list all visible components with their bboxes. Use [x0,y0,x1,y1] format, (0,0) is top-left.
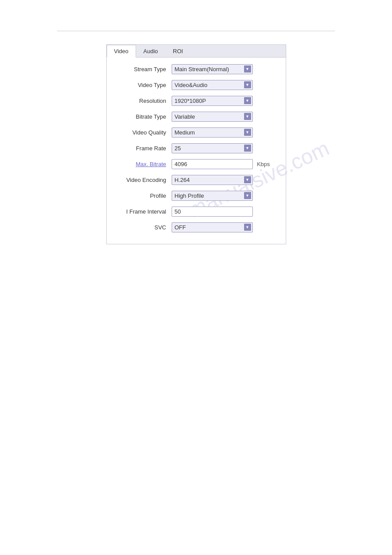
select-wrapper-video-encoding[interactable]: H.264 H.265 MJPEG [172,175,253,185]
label-video-type: Video Type [110,82,172,88]
form-row-video-encoding: Video Encoding H.264 H.265 MJPEG [110,174,282,186]
form-row-svc: SVC OFF ON [110,221,282,233]
label-stream-type: Stream Type [110,66,172,73]
select-resolution[interactable]: 1920*1080P 1280*720P 704*576 352*288 [172,96,253,106]
form-row-video-quality: Video Quality Lowest Lower Low Medium Hi… [110,126,282,138]
label-max-bitrate[interactable]: Max. Bitrate [110,161,172,167]
settings-panel: Video Audio ROI Stream Type Main Stream(… [106,44,286,244]
select-video-type[interactable]: Video&Audio Video Only [172,80,253,90]
select-wrapper-stream-type[interactable]: Main Stream(Normal) Sub Stream Third Str… [172,64,253,74]
select-video-encoding[interactable]: H.264 H.265 MJPEG [172,175,253,185]
control-bitrate-type: Variable Constant [172,112,282,122]
select-wrapper-video-quality[interactable]: Lowest Lower Low Medium Higher Highest [172,127,253,138]
select-profile[interactable]: Baseline Profile Main Profile High Profi… [172,191,253,201]
tab-video[interactable]: Video [107,45,136,58]
control-profile: Baseline Profile Main Profile High Profi… [172,191,282,201]
label-svc: SVC [110,224,172,231]
label-resolution: Resolution [110,98,172,104]
page-container: manualsive.com Video Audio ROI Stream Ty… [0,0,392,555]
select-svc[interactable]: OFF ON [172,222,253,232]
form-row-resolution: Resolution 1920*1080P 1280*720P 704*576 … [110,94,282,107]
main-content: Video Audio ROI Stream Type Main Stream(… [0,44,392,244]
label-bitrate-type: Bitrate Type [110,113,172,120]
form-row-video-type: Video Type Video&Audio Video Only [110,79,282,91]
select-wrapper-resolution[interactable]: 1920*1080P 1280*720P 704*576 352*288 [172,96,253,106]
tabs-row: Video Audio ROI [107,45,286,58]
control-i-frame-interval [172,207,282,217]
control-frame-rate: 1 5 10 15 20 25 [172,143,282,153]
select-stream-type[interactable]: Main Stream(Normal) Sub Stream Third Str… [172,64,253,74]
select-wrapper-bitrate-type[interactable]: Variable Constant [172,112,253,122]
label-profile: Profile [110,192,172,199]
select-wrapper-svc[interactable]: OFF ON [172,222,253,232]
input-max-bitrate[interactable] [172,159,253,169]
control-video-encoding: H.264 H.265 MJPEG [172,175,282,185]
select-bitrate-type[interactable]: Variable Constant [172,112,253,122]
select-video-quality[interactable]: Lowest Lower Low Medium Higher Highest [172,127,253,138]
form-row-bitrate-type: Bitrate Type Variable Constant [110,110,282,123]
control-max-bitrate: Kbps [172,159,282,169]
tab-roi[interactable]: ROI [165,45,191,58]
form-row-profile: Profile Baseline Profile Main Profile Hi… [110,189,282,202]
control-stream-type: Main Stream(Normal) Sub Stream Third Str… [172,64,282,74]
control-video-quality: Lowest Lower Low Medium Higher Highest [172,127,282,138]
kbps-unit-label: Kbps [257,161,270,167]
select-wrapper-frame-rate[interactable]: 1 5 10 15 20 25 [172,143,253,153]
select-frame-rate[interactable]: 1 5 10 15 20 25 [172,143,253,153]
control-video-type: Video&Audio Video Only [172,80,282,90]
label-video-quality: Video Quality [110,129,172,136]
top-divider [57,31,335,31]
label-frame-rate: Frame Rate [110,145,172,152]
input-i-frame-interval[interactable] [172,207,253,217]
form-row-stream-type: Stream Type Main Stream(Normal) Sub Stre… [110,63,282,75]
control-svc: OFF ON [172,222,282,232]
label-i-frame-interval: I Frame Interval [110,208,172,215]
form-row-max-bitrate: Max. Bitrate Kbps [110,158,282,170]
form-body: Stream Type Main Stream(Normal) Sub Stre… [107,58,286,244]
tab-audio[interactable]: Audio [136,45,165,58]
form-row-frame-rate: Frame Rate 1 5 10 15 20 25 [110,142,282,154]
form-row-i-frame-interval: I Frame Interval [110,205,282,218]
control-resolution: 1920*1080P 1280*720P 704*576 352*288 [172,96,282,106]
select-wrapper-video-type[interactable]: Video&Audio Video Only [172,80,253,90]
label-video-encoding: Video Encoding [110,177,172,183]
select-wrapper-profile[interactable]: Baseline Profile Main Profile High Profi… [172,191,253,201]
